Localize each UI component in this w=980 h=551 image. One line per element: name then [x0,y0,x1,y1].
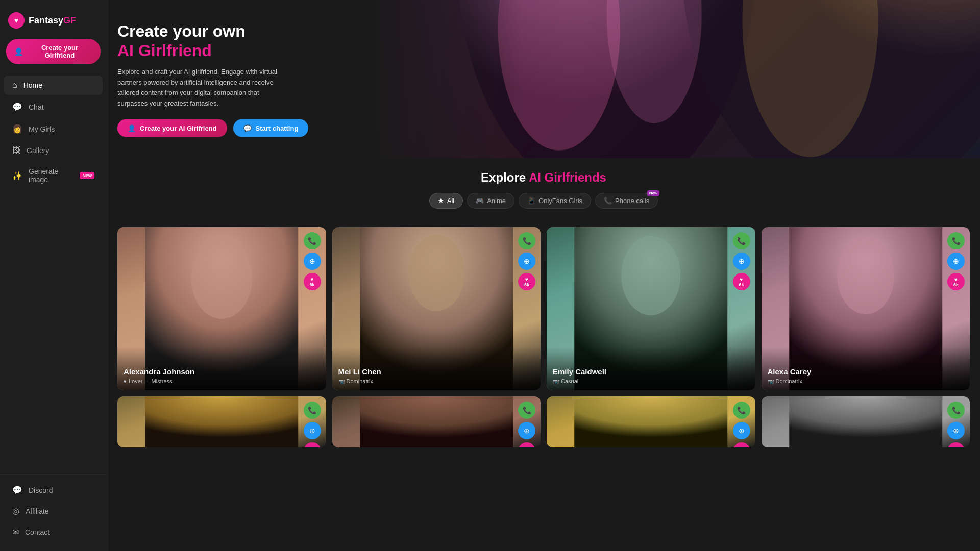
hero-title-line1: Create your own [117,22,246,40]
card-2-tag: 📷 Dominatrix [338,378,535,384]
sidebar-item-chat[interactable]: 💬 Chat [4,97,103,117]
sidebar-item-gallery[interactable]: 🖼 Gallery [4,141,103,160]
card-7-image [547,396,755,447]
card-6-call-button[interactable]: 📞 [518,402,535,419]
card-3-tag-label: Casual [561,378,578,384]
card-1-actions: 📞 ⊕ ♥ 6k [304,232,321,290]
card-1-call-button[interactable]: 📞 [304,232,321,249]
onlyfans-icon: 📱 [527,197,535,205]
sidebar-item-affiliate-label: Affiliate [26,507,49,515]
card-6-ar-button[interactable]: ⊕ [518,422,535,439]
card-4-likes: 6k [953,282,959,287]
create-gf-icon: 👤 [128,124,136,132]
card-8-ar-button[interactable]: ⊕ [947,422,965,439]
card-4-ar-button[interactable]: ⊕ [947,253,965,270]
anime-icon: 🎮 [476,197,484,205]
card-2-ar-button[interactable]: ⊕ [518,253,535,270]
svg-point-13 [837,237,894,314]
add-girlfriend-icon: 👤 [14,47,23,56]
explore-title: Explore AI Girlfriends [117,170,970,185]
svg-point-7 [191,237,252,319]
sidebar-bottom: 💬 Discord ◎ Affiliate ✉ Contact [0,474,107,543]
card-2-name: Mei Li Chen [338,367,535,376]
filter-phone-label: Phone calls [615,197,649,205]
filter-anime-label: Anime [487,197,506,205]
card-6-like-button[interactable]: ♥ 6k [518,442,535,447]
card-6-image [332,396,541,447]
svg-rect-16 [574,396,727,447]
card-1-like-button[interactable]: ♥ 6k [304,273,321,290]
explore-section: Explore AI Girlfriends ★ All 🎮 Anime 📱 O… [107,158,980,227]
card-5-call-button[interactable]: 📞 [304,402,321,419]
sidebar-item-my-girls-label: My Girls [29,125,55,133]
create-girlfriend-label: Create your Girlfriend [27,44,92,59]
card-5[interactable]: 📞 ⊕ ♥ 6k [117,396,326,447]
card-1-tag-label: Lover — Mistress [129,378,173,384]
app-name: FantasyGF [29,15,76,26]
create-girlfriend-button[interactable]: 👤 Create your Girlfriend [6,39,101,64]
card-7-ar-button[interactable]: ⊕ [733,422,750,439]
filter-tab-anime[interactable]: 🎮 Anime [467,193,514,209]
card-5-actions: 📞 ⊕ ♥ 6k [304,402,321,447]
heart-icon-6: ♥ [525,446,528,448]
filter-tab-onlyfans[interactable]: 📱 OnlyFans Girls [519,193,591,209]
explore-title-normal: Explore [481,170,526,184]
card-8-call-button[interactable]: 📞 [947,402,965,419]
chat-icon: 💬 [12,102,22,112]
card-7-like-button[interactable]: ♥ 6k [733,442,750,447]
filter-tab-phone[interactable]: 📞 Phone calls New [595,193,658,209]
card-3-call-button[interactable]: 📞 [733,232,750,249]
heart-icon-8: ♥ [954,446,958,448]
start-chatting-button[interactable]: 💬 Start chatting [233,119,309,137]
card-4-like-button[interactable]: ♥ 6k [947,273,965,290]
phone-icon: 📞 [604,197,612,205]
sidebar-item-home[interactable]: ⌂ Home [4,76,103,95]
card-8[interactable]: 📞 ⊕ ♥ 6k [762,396,970,447]
card-1-likes: 6k [309,282,314,287]
card-3-ar-button[interactable]: ⊕ [733,253,750,270]
card-4-call-button[interactable]: 📞 [947,232,965,249]
card-3-likes: 6k [739,282,744,287]
sidebar-item-generate-image[interactable]: ✨ Generate image New [4,162,103,189]
phone-new-badge: New [647,190,659,196]
card-8-like-button[interactable]: ♥ 6k [947,442,965,447]
svg-point-11 [621,236,680,315]
sidebar-item-home-label: Home [23,81,42,89]
card-5-ar-button[interactable]: ⊕ [304,422,321,439]
filter-all-label: All [447,197,454,205]
card-7-call-button[interactable]: 📞 [733,402,750,419]
hero-title-line2: AI Girlfriend [117,41,212,60]
card-4-tag-label: Dominatrix [776,378,803,384]
home-icon: ⌂ [12,81,17,90]
card-4[interactable]: 📞 ⊕ ♥ 6k Alexa Carey 📷 Dominatrix [762,227,970,390]
hero-title: Create your own AI Girlfriend [117,21,308,61]
start-chat-label: Start chatting [256,124,299,132]
card-6-actions: 📞 ⊕ ♥ 6k [518,402,535,447]
sidebar-item-my-girls[interactable]: 👩 My Girls [4,119,103,139]
hero-content: Create your own AI Girlfriend Explore an… [117,21,308,137]
svg-rect-5 [369,0,980,158]
card-5-like-button[interactable]: ♥ 6k [304,442,321,447]
card-4-actions: 📞 ⊕ ♥ 6k [947,232,965,290]
card-2-actions: 📞 ⊕ ♥ 6k [518,232,535,290]
card-1[interactable]: 📞 ⊕ ♥ 6k Alexandra Johnson ♥ Lover — Mis… [117,227,326,390]
sidebar-item-affiliate[interactable]: ◎ Affiliate [4,501,103,521]
sidebar-item-discord[interactable]: 💬 Discord [4,480,103,500]
card-3-tag: 📷 Casual [553,378,749,384]
card-7-actions: 📞 ⊕ ♥ 6k [733,402,750,447]
create-ai-girlfriend-button[interactable]: 👤 Create your AI Girlfriend [117,119,227,137]
card-6[interactable]: 📞 ⊕ ♥ 6k [332,396,541,447]
card-2-call-button[interactable]: 📞 [518,232,535,249]
hero-image [369,0,980,158]
affiliate-icon: ◎ [12,506,19,516]
card-3[interactable]: 📞 ⊕ ♥ 6k Emily Caldwell 📷 Casual [547,227,755,390]
card-7[interactable]: 📞 ⊕ ♥ 6k [547,396,755,447]
card-4-tag: 📷 Dominatrix [768,378,964,384]
svg-rect-15 [360,396,513,447]
card-3-like-button[interactable]: ♥ 6k [733,273,750,290]
sidebar-item-contact[interactable]: ✉ Contact [4,522,103,542]
filter-tab-all[interactable]: ★ All [429,193,463,209]
card-2-like-button[interactable]: ♥ 6k [518,273,535,290]
card-1-ar-button[interactable]: ⊕ [304,253,321,270]
card-2[interactable]: 📞 ⊕ ♥ 6k Mei Li Chen 📷 Dominatrix [332,227,541,390]
